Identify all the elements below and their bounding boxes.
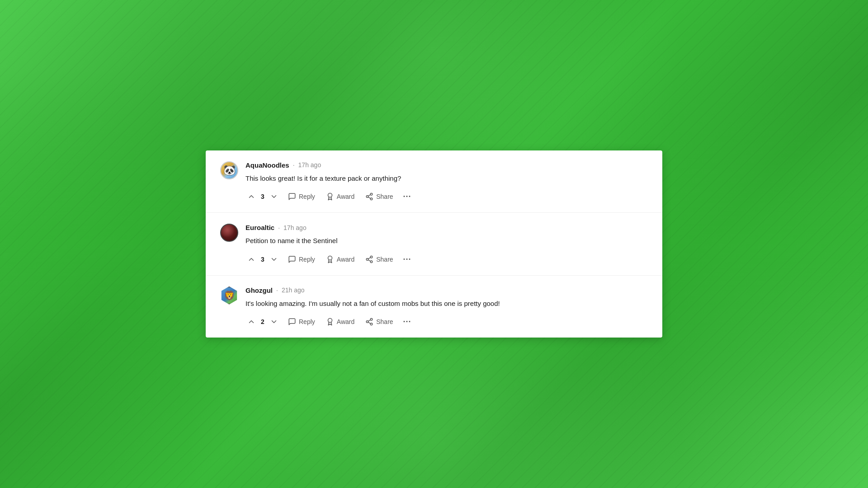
timestamp: 17h ago bbox=[298, 161, 321, 169]
username: AquaNoodles bbox=[245, 161, 289, 169]
award-label: Award bbox=[337, 256, 354, 263]
svg-line-10 bbox=[368, 260, 371, 261]
share-label: Share bbox=[376, 318, 393, 325]
downvote-icon bbox=[270, 192, 278, 201]
share-label: Share bbox=[376, 256, 393, 263]
award-icon bbox=[326, 318, 334, 326]
share-icon bbox=[365, 318, 373, 326]
vote-count: 3 bbox=[260, 193, 265, 200]
timestamp: 17h ago bbox=[283, 224, 307, 231]
upvote-button[interactable] bbox=[245, 191, 257, 202]
reply-label: Reply bbox=[299, 318, 315, 325]
upvote-icon bbox=[247, 192, 255, 201]
separator-dot: · bbox=[278, 224, 280, 231]
vote-section: 3 bbox=[245, 191, 280, 202]
reply-button[interactable]: Reply bbox=[283, 253, 320, 266]
share-label: Share bbox=[376, 193, 393, 200]
svg-line-17 bbox=[368, 320, 371, 321]
comment-row: Euroaltic · 17h ago Petition to name it … bbox=[206, 213, 662, 276]
avatar bbox=[220, 224, 238, 242]
more-button[interactable]: ··· bbox=[400, 316, 415, 328]
downvote-button[interactable] bbox=[268, 316, 280, 328]
reply-button[interactable]: Reply bbox=[283, 315, 320, 328]
share-button[interactable]: Share bbox=[361, 315, 397, 328]
separator-dot: · bbox=[276, 286, 278, 294]
svg-line-16 bbox=[368, 322, 371, 324]
more-button[interactable]: ··· bbox=[400, 253, 415, 265]
downvote-icon bbox=[270, 255, 278, 263]
comment-text: Petition to name it the Sentinel bbox=[245, 236, 648, 246]
action-bar: 3 Reply Award Share ··· bbox=[245, 190, 648, 203]
award-button[interactable]: Award bbox=[321, 315, 359, 328]
award-label: Award bbox=[337, 193, 354, 200]
upvote-button[interactable] bbox=[245, 253, 257, 265]
share-button[interactable]: Share bbox=[361, 253, 397, 266]
timestamp: 21h ago bbox=[282, 286, 305, 294]
upvote-icon bbox=[247, 255, 255, 263]
award-icon bbox=[326, 192, 334, 201]
downvote-button[interactable] bbox=[268, 191, 280, 202]
share-icon bbox=[365, 192, 373, 201]
comment-body: Ghozgul · 21h ago It's looking amazing. … bbox=[245, 286, 648, 329]
reply-icon bbox=[288, 255, 296, 263]
comment-meta: Euroaltic · 17h ago bbox=[245, 224, 648, 231]
comment-row: AquaNoodles · 17h ago This looks great! … bbox=[206, 150, 662, 213]
upvote-button[interactable] bbox=[245, 316, 257, 328]
comment-text: It's looking amazing. I'm usually not a … bbox=[245, 299, 648, 309]
downvote-button[interactable] bbox=[268, 253, 280, 265]
comment-body: AquaNoodles · 17h ago This looks great! … bbox=[245, 161, 648, 204]
username: Euroaltic bbox=[245, 224, 274, 231]
share-icon bbox=[365, 255, 373, 263]
action-bar: 2 Reply Award Share ··· bbox=[245, 315, 648, 328]
reply-button[interactable]: Reply bbox=[283, 190, 320, 203]
vote-section: 2 bbox=[245, 316, 280, 328]
separator-dot: · bbox=[293, 161, 295, 169]
award-button[interactable]: Award bbox=[321, 253, 359, 266]
comment-meta: AquaNoodles · 17h ago bbox=[245, 161, 648, 169]
comment-row: Ghozgul · 21h ago It's looking amazing. … bbox=[206, 276, 662, 338]
svg-line-11 bbox=[368, 258, 371, 259]
reply-label: Reply bbox=[299, 256, 315, 263]
action-bar: 3 Reply Award Share ··· bbox=[245, 253, 648, 266]
svg-line-5 bbox=[368, 195, 371, 196]
award-button[interactable]: Award bbox=[321, 190, 359, 203]
avatar bbox=[220, 161, 238, 179]
vote-count: 2 bbox=[260, 318, 265, 325]
username: Ghozgul bbox=[245, 286, 273, 294]
reply-label: Reply bbox=[299, 193, 315, 200]
more-button[interactable]: ··· bbox=[400, 191, 415, 202]
award-icon bbox=[326, 255, 334, 263]
avatar bbox=[220, 286, 238, 305]
vote-count: 3 bbox=[260, 256, 265, 263]
svg-line-4 bbox=[368, 197, 371, 198]
comment-text: This looks great! Is it for a texture pa… bbox=[245, 174, 648, 184]
reply-icon bbox=[288, 192, 296, 201]
downvote-icon bbox=[270, 318, 278, 326]
vote-section: 3 bbox=[245, 253, 280, 265]
comment-meta: Ghozgul · 21h ago bbox=[245, 286, 648, 294]
award-label: Award bbox=[337, 318, 354, 325]
comment-body: Euroaltic · 17h ago Petition to name it … bbox=[245, 224, 648, 266]
comment-panel: AquaNoodles · 17h ago This looks great! … bbox=[206, 150, 662, 338]
upvote-icon bbox=[247, 318, 255, 326]
share-button[interactable]: Share bbox=[361, 190, 397, 203]
reply-icon bbox=[288, 318, 296, 326]
